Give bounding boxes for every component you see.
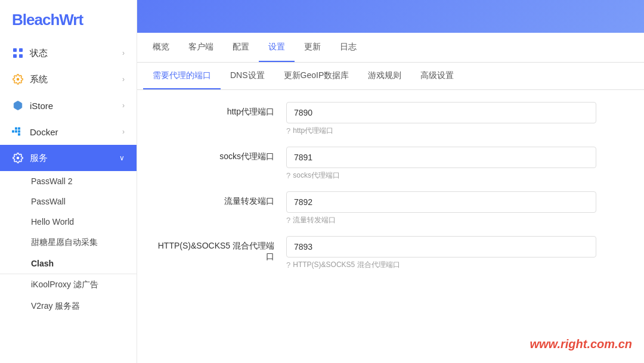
tab-update[interactable]: 更新 xyxy=(295,33,330,62)
sidebar-item-status[interactable]: 状态 › xyxy=(0,40,137,66)
field-traffic-redirect-port: ? 流量转发端口 xyxy=(286,191,626,225)
hint-socks-proxy-port: ? socks代理端口 xyxy=(286,170,626,181)
svg-rect-8 xyxy=(15,128,17,130)
sidebar-sub-item-clash[interactable]: Clash xyxy=(0,253,137,274)
info-icon-mixed: ? xyxy=(286,260,290,269)
top-header xyxy=(137,0,644,33)
subtab-proxy-ports[interactable]: 需要代理的端口 xyxy=(143,63,221,89)
input-traffic-redirect-port[interactable] xyxy=(286,191,596,213)
tab-settings[interactable]: 设置 xyxy=(259,33,295,62)
hint-traffic-redirect-port: ? 流量转发端口 xyxy=(286,215,626,225)
box-icon xyxy=(12,100,24,111)
chevron-right-icon-istore: › xyxy=(122,101,125,110)
label-http-proxy-port: http代理端口 xyxy=(155,102,286,117)
sidebar-sub-item-passwall2[interactable]: PassWall 2 xyxy=(0,171,137,191)
sidebar-item-label-system: 系统 xyxy=(30,74,48,85)
sidebar-sub-item-ikoolproxy[interactable]: iKoolProxy 滤广告 xyxy=(0,274,137,296)
sidebar-item-label-services: 服务 xyxy=(30,153,48,164)
chevron-right-icon-docker: › xyxy=(122,128,125,136)
svg-rect-6 xyxy=(15,131,17,133)
field-http-proxy-port: ? http代理端口 xyxy=(286,102,626,136)
hint-http-proxy-port: ? http代理端口 xyxy=(286,126,626,136)
svg-rect-3 xyxy=(19,54,23,58)
sidebar-sub-item-v2ray[interactable]: V2ray 服务器 xyxy=(0,296,137,317)
cog-star-icon xyxy=(12,152,24,164)
input-http-proxy-port[interactable] xyxy=(286,102,596,123)
tab-log[interactable]: 日志 xyxy=(330,33,366,62)
info-icon: ? xyxy=(286,126,290,135)
svg-point-11 xyxy=(17,157,20,160)
svg-rect-2 xyxy=(13,54,17,58)
label-traffic-redirect-port: 流量转发端口 xyxy=(155,191,286,207)
subtab-geoip[interactable]: 更新GeoIP数据库 xyxy=(274,63,359,89)
sidebar-item-istore[interactable]: iStore › xyxy=(0,92,137,119)
form-row-socks: socks代理端口 ? socks代理端口 xyxy=(155,147,626,181)
sidebar-item-label-status: 状态 xyxy=(30,48,48,59)
label-mixed-proxy-port: HTTP(S)&SOCKS5 混合代理端口 xyxy=(155,236,286,262)
tab-clients[interactable]: 客户端 xyxy=(179,33,223,62)
svg-rect-10 xyxy=(18,134,20,136)
form-row-traffic: 流量转发端口 ? 流量转发端口 xyxy=(155,191,626,225)
main-tabs: 概览 客户端 配置 设置 更新 日志 xyxy=(137,33,644,63)
cog-icon xyxy=(12,73,24,85)
info-icon-socks: ? xyxy=(286,171,290,180)
tab-overview[interactable]: 概览 xyxy=(143,33,179,62)
grid-icon xyxy=(12,47,24,59)
sidebar-item-services[interactable]: 服务 ∨ xyxy=(0,145,137,171)
chevron-down-icon-services: ∨ xyxy=(119,154,125,162)
sidebar-item-system[interactable]: 系统 › xyxy=(0,66,137,92)
sidebar-sub-item-passwall[interactable]: PassWall xyxy=(0,191,137,212)
sidebar-item-label-docker: Docker xyxy=(30,127,58,137)
form-row-http: http代理端口 ? http代理端口 xyxy=(155,102,626,136)
form-row-mixed: HTTP(S)&SOCKS5 混合代理端口 ? HTTP(S)&SOCKS5 混… xyxy=(155,236,626,270)
subtab-dns[interactable]: DNS设置 xyxy=(221,63,274,89)
chevron-right-icon-system: › xyxy=(122,75,125,83)
field-mixed-proxy-port: ? HTTP(S)&SOCKS5 混合代理端口 xyxy=(286,236,626,270)
tab-config[interactable]: 配置 xyxy=(223,33,259,62)
svg-rect-5 xyxy=(12,131,14,133)
input-mixed-proxy-port[interactable] xyxy=(286,236,596,257)
svg-rect-7 xyxy=(18,131,20,133)
sidebar-sub-item-helloworld[interactable]: Hello World xyxy=(0,212,137,232)
svg-rect-9 xyxy=(18,128,20,130)
sidebar-sub-item-candy[interactable]: 甜糖星愿自动采集 xyxy=(0,232,137,253)
sidebar: BleachWrt 状态 › 系统 xyxy=(0,0,137,363)
svg-point-4 xyxy=(17,78,20,81)
svg-rect-0 xyxy=(13,48,17,52)
info-icon-traffic: ? xyxy=(286,216,290,225)
hint-mixed-proxy-port: ? HTTP(S)&SOCKS5 混合代理端口 xyxy=(286,260,626,270)
docker-icon xyxy=(12,126,24,138)
sidebar-item-docker[interactable]: Docker › xyxy=(0,119,137,145)
sidebar-item-label-istore: iStore xyxy=(30,101,53,111)
field-socks-proxy-port: ? socks代理端口 xyxy=(286,147,626,181)
logo: BleachWrt xyxy=(0,0,137,40)
input-socks-proxy-port[interactable] xyxy=(286,147,596,168)
label-socks-proxy-port: socks代理端口 xyxy=(155,147,286,162)
subtab-advanced[interactable]: 高级设置 xyxy=(411,63,463,89)
sub-tabs: 需要代理的端口 DNS设置 更新GeoIP数据库 游戏规则 高级设置 xyxy=(137,63,644,90)
form-content: http代理端口 ? http代理端口 socks代理端口 ? socks代理端… xyxy=(137,90,644,363)
subtab-game-rules[interactable]: 游戏规则 xyxy=(358,63,411,89)
main-content: 概览 客户端 配置 设置 更新 日志 需要代理的端口 DNS设置 更新GeoIP… xyxy=(137,0,644,363)
svg-rect-1 xyxy=(19,48,23,52)
chevron-right-icon: › xyxy=(122,49,125,57)
